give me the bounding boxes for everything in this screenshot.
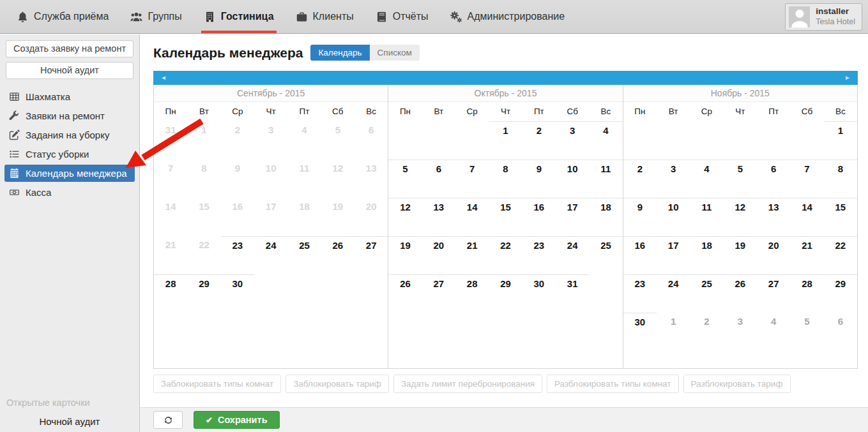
day-cell[interactable]: 7: [455, 160, 489, 198]
day-cell[interactable]: 5: [724, 160, 757, 198]
week-row: [388, 313, 622, 351]
day-cell[interactable]: 3: [657, 160, 690, 198]
unblock-tariff-button[interactable]: Разблокировать тариф: [683, 375, 791, 393]
day-cell[interactable]: 6: [422, 160, 455, 198]
day-cell[interactable]: 14: [790, 198, 823, 236]
day-cell[interactable]: 4: [589, 121, 622, 160]
day-cell[interactable]: 27: [757, 274, 790, 313]
day-cell[interactable]: 16: [522, 198, 556, 236]
user-card[interactable]: installer Tesla Hotel: [785, 3, 862, 31]
day-cell[interactable]: 17: [657, 236, 690, 274]
day-cell[interactable]: 20: [757, 236, 790, 274]
day-cell[interactable]: 13: [757, 198, 790, 236]
prev-month-icon[interactable]: ◄: [160, 73, 167, 82]
day-cell[interactable]: 15: [489, 198, 522, 236]
day-cell[interactable]: 24: [254, 236, 287, 274]
day-cell[interactable]: 7: [790, 160, 823, 198]
nav-item-hotel[interactable]: Гостиница: [204, 0, 274, 33]
day-cell[interactable]: 6: [757, 160, 790, 198]
set-overbooking-limit-button[interactable]: Задать лимит перебронирования: [393, 375, 542, 393]
nav-item-reports[interactable]: Отчёты: [376, 0, 429, 33]
day-cell[interactable]: 17: [556, 198, 589, 236]
day-cell[interactable]: 15: [824, 198, 857, 236]
create-repair-request-button[interactable]: Создать заявку на ремонт: [6, 40, 133, 57]
day-cell[interactable]: 4: [690, 160, 723, 198]
day-cell[interactable]: 2: [623, 160, 657, 198]
day-cell[interactable]: 29: [187, 274, 220, 313]
day-cell[interactable]: 3: [556, 121, 589, 160]
day-cell[interactable]: 30: [623, 313, 657, 351]
day-cell[interactable]: 25: [589, 236, 622, 274]
day-cell[interactable]: 28: [455, 274, 489, 313]
unblock-room-types-button[interactable]: Разблокировать типы комнат: [547, 375, 678, 393]
nav-item-reception[interactable]: Служба приёма: [17, 0, 109, 33]
day-cell[interactable]: 1: [824, 121, 857, 160]
day-cell[interactable]: 23: [221, 236, 254, 274]
day-cell[interactable]: 18: [690, 236, 723, 274]
day-cell[interactable]: 30: [221, 274, 254, 313]
sidebar-item-cleaning-tasks[interactable]: Задания на уборку: [4, 126, 135, 144]
day-cell[interactable]: 26: [724, 274, 757, 313]
nav-item-clients[interactable]: Клиенты: [296, 0, 354, 33]
sidebar-item-manager-calendar[interactable]: Календарь менеджера: [4, 165, 135, 182]
day-cell[interactable]: 27: [422, 274, 455, 313]
day-cell[interactable]: 12: [388, 198, 422, 236]
sidebar-item-cashdesk[interactable]: Касса: [4, 184, 135, 201]
week-row: [154, 313, 388, 351]
day-cell[interactable]: 24: [556, 236, 589, 274]
refresh-button[interactable]: [153, 411, 183, 429]
day-cell: [254, 274, 287, 313]
nav-item-groups[interactable]: Группы: [130, 0, 181, 33]
block-room-types-button[interactable]: Заблокировать типы комнат: [153, 375, 281, 393]
day-cell[interactable]: 11: [589, 160, 622, 198]
day-cell[interactable]: 8: [824, 160, 857, 198]
next-month-icon[interactable]: ►: [844, 73, 851, 82]
day-cell[interactable]: 9: [623, 198, 657, 236]
day-cell[interactable]: 1: [489, 121, 522, 160]
day-cell[interactable]: 19: [724, 236, 757, 274]
day-cell[interactable]: 2: [522, 121, 556, 160]
day-cell[interactable]: 21: [455, 236, 489, 274]
day-cell[interactable]: 21: [790, 236, 823, 274]
day-cell[interactable]: 11: [690, 198, 723, 236]
day-cell[interactable]: 9: [522, 160, 556, 198]
day-cell[interactable]: 23: [522, 236, 556, 274]
day-cell[interactable]: 12: [724, 198, 757, 236]
day-cell[interactable]: 24: [657, 274, 690, 313]
toggle-calendar-view[interactable]: Календарь: [310, 45, 369, 61]
day-cell[interactable]: 19: [388, 236, 422, 274]
sidebar-item-cleaning-status[interactable]: Статус уборки: [4, 145, 135, 163]
day-cell[interactable]: 25: [287, 236, 321, 274]
day-cell[interactable]: 26: [388, 274, 422, 313]
open-card-night-audit[interactable]: Ночной аудит: [0, 416, 139, 427]
day-cell[interactable]: 22: [489, 236, 522, 274]
day-cell[interactable]: 29: [489, 274, 522, 313]
day-cell[interactable]: 29: [824, 274, 857, 313]
sidebar-item-repair-requests[interactable]: Заявки на ремонт: [4, 107, 135, 124]
day-cell[interactable]: 26: [321, 236, 354, 274]
day-cell[interactable]: 18: [589, 198, 622, 236]
day-cell[interactable]: 10: [556, 160, 589, 198]
toggle-list-view[interactable]: Списком: [370, 45, 420, 61]
day-cell[interactable]: 27: [354, 236, 388, 274]
day-cell[interactable]: 25: [690, 274, 723, 313]
day-cell[interactable]: 23: [623, 274, 657, 313]
nav-item-administration[interactable]: Администрирование: [450, 0, 565, 33]
sidebar-item-chessboard[interactable]: Шахматка: [4, 88, 135, 105]
day-cell[interactable]: 10: [657, 198, 690, 236]
save-button[interactable]: ✔ Сохранить: [194, 411, 280, 429]
day-cell[interactable]: 16: [623, 236, 657, 274]
day-cell[interactable]: 31: [556, 274, 589, 313]
day-cell[interactable]: 20: [422, 236, 455, 274]
day-cell[interactable]: 5: [388, 160, 422, 198]
day-cell[interactable]: 30: [522, 274, 556, 313]
day-cell[interactable]: 28: [154, 274, 187, 313]
day-cell[interactable]: 13: [422, 198, 455, 236]
day-cell[interactable]: 22: [824, 236, 857, 274]
day-cell[interactable]: 14: [455, 198, 489, 236]
block-tariff-button[interactable]: Заблокировать тариф: [286, 375, 389, 393]
week-row: 78910111213: [154, 160, 388, 198]
day-cell[interactable]: 8: [489, 160, 522, 198]
night-audit-button[interactable]: Ночной аудит: [6, 62, 133, 79]
day-cell[interactable]: 28: [790, 274, 823, 313]
